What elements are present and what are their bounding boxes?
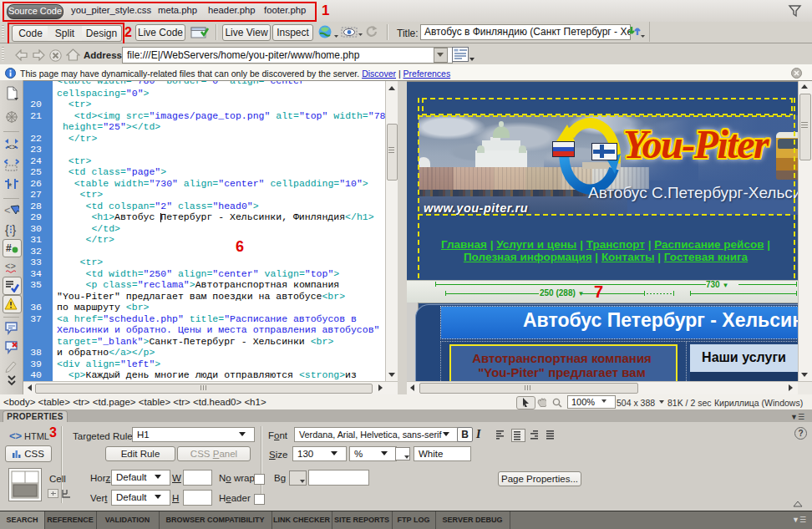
svg-text:<: < [4,204,11,216]
svg-text:<>: <> [8,143,17,150]
svg-text:*: * [8,181,13,191]
svg-text:<>: <> [5,261,16,271]
svg-text:#: # [6,242,12,254]
